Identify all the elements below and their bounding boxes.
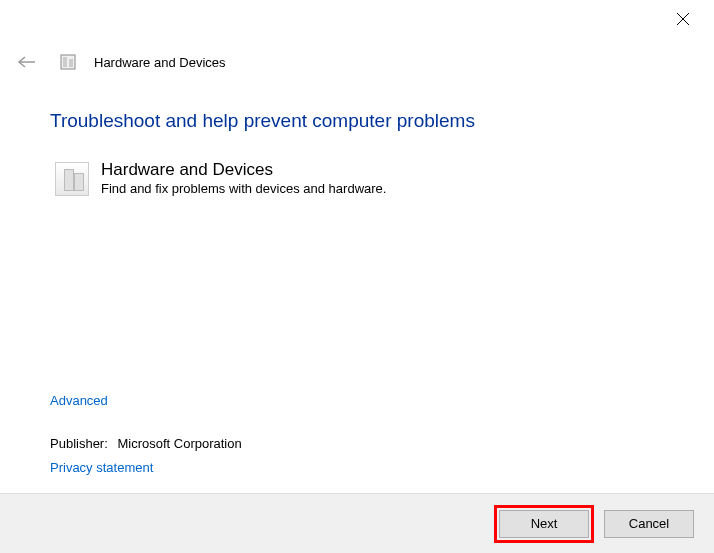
troubleshooter-section: Hardware and Devices Find and fix proble… bbox=[55, 160, 386, 196]
hardware-devices-icon bbox=[55, 162, 89, 196]
publisher-value: Microsoft Corporation bbox=[117, 436, 241, 451]
header-title: Hardware and Devices bbox=[94, 55, 226, 70]
section-text: Hardware and Devices Find and fix proble… bbox=[101, 160, 386, 196]
privacy-statement-link[interactable]: Privacy statement bbox=[50, 460, 153, 475]
next-button-highlight: Next bbox=[494, 505, 594, 543]
next-button[interactable]: Next bbox=[499, 510, 589, 538]
section-title: Hardware and Devices bbox=[101, 160, 386, 180]
close-button[interactable] bbox=[674, 10, 692, 28]
back-arrow-icon bbox=[15, 50, 39, 74]
section-description: Find and fix problems with devices and h… bbox=[101, 181, 386, 196]
publisher-label: Publisher: bbox=[50, 436, 108, 451]
publisher-info: Publisher: Microsoft Corporation bbox=[50, 436, 242, 451]
svg-rect-5 bbox=[69, 59, 73, 67]
footer: Next Cancel bbox=[0, 493, 714, 553]
troubleshooter-icon bbox=[59, 53, 77, 71]
svg-rect-4 bbox=[63, 57, 67, 67]
advanced-link[interactable]: Advanced bbox=[50, 393, 108, 408]
cancel-button[interactable]: Cancel bbox=[604, 510, 694, 538]
header: Hardware and Devices bbox=[15, 50, 226, 74]
page-heading: Troubleshoot and help prevent computer p… bbox=[50, 110, 475, 132]
